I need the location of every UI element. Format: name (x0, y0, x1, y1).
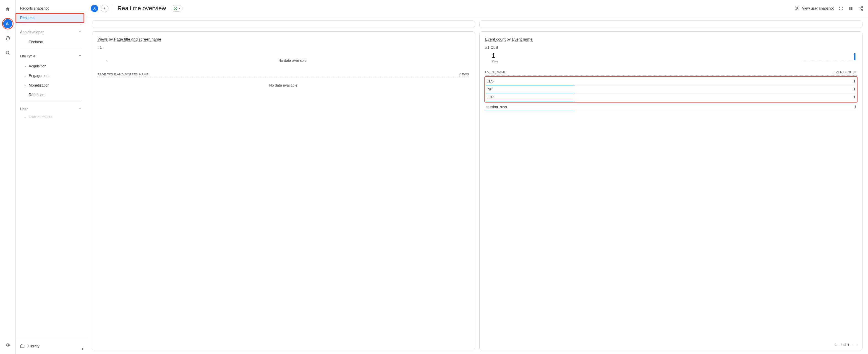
svg-point-2 (7, 52, 8, 53)
col-views: VIEWS (459, 73, 469, 76)
dimension-label[interactable]: Page title and screen name (114, 37, 161, 42)
advertising-icon[interactable] (3, 48, 12, 58)
col-event-count: EVENT COUNT (834, 70, 857, 74)
svg-rect-3 (21, 345, 24, 348)
by-text: by (506, 37, 512, 41)
reports-nav-panel: Reports snapshot Realtime App developer … (16, 0, 86, 354)
nav-user-attributes[interactable]: ▸User attributes (16, 114, 86, 120)
right-column: Event count by Event name #1 CLS 1 25% E… (479, 21, 863, 350)
page-title: Realtime overview (118, 5, 166, 12)
events-table-body-rest: session_start1 (485, 103, 857, 111)
row-bar (485, 111, 574, 111)
table-row[interactable]: LCP1 (486, 94, 856, 101)
event-count-cell: 1 (854, 95, 856, 99)
nav-realtime[interactable]: Realtime (16, 13, 84, 23)
svg-point-4 (174, 7, 177, 10)
table-row[interactable]: CLS1 (486, 77, 856, 85)
metric-label[interactable]: Views (97, 37, 108, 42)
svg-rect-7 (851, 7, 852, 10)
left-icon-rail (0, 0, 16, 354)
spark-bar (854, 53, 856, 60)
main-area: A + Realtime overview ▾ View user snapsh… (86, 0, 868, 354)
home-icon[interactable] (3, 5, 12, 14)
content-area: Views by Page title and screen name #1 -… (86, 17, 868, 354)
svg-point-5 (797, 7, 798, 9)
divider (20, 102, 82, 102)
fullscreen-icon[interactable] (839, 6, 843, 11)
reports-icon[interactable] (3, 19, 12, 28)
event-count-cell: 1 (854, 105, 856, 109)
nav-section-label: User (20, 107, 28, 111)
nav-firebase[interactable]: Firebase (16, 37, 86, 47)
nav-section-label: Life cycle (20, 54, 35, 58)
divider (20, 49, 82, 49)
library-icon (20, 345, 25, 348)
explore-icon[interactable] (3, 34, 12, 43)
nav-engagement[interactable]: ▸Engagement (16, 71, 86, 81)
divider (20, 25, 82, 25)
event-name-cell: INP (487, 87, 493, 91)
chevron-up-icon: ⌃ (79, 54, 82, 58)
caret-right-icon: ▸ (25, 75, 27, 77)
chevron-up-icon: ⌃ (79, 30, 82, 34)
nav-monetization[interactable]: ▸Monetization (16, 81, 86, 90)
row-bar (486, 101, 575, 101)
caret-right-icon: ▸ (25, 84, 27, 87)
pager-text: 1 – 4 of 4 (835, 343, 849, 347)
audience-chip[interactable]: A (91, 5, 98, 12)
events-table-header: EVENT NAME EVENT COUNT (485, 69, 857, 76)
nav-sub-label: Acquisition (29, 64, 46, 68)
table-row[interactable]: INP1 (486, 85, 856, 94)
svg-rect-6 (849, 7, 850, 10)
events-card-title: Event count by Event name (485, 37, 857, 42)
nav-section-user[interactable]: User ⌃ (16, 104, 86, 114)
nav-section-life-cycle[interactable]: Life cycle ⌃ (16, 51, 86, 62)
snapshot-button-label: View user snapshot (802, 6, 834, 10)
nav-sub-label: Monetization (29, 83, 50, 87)
by-text: by (108, 37, 114, 41)
share-icon[interactable] (859, 6, 863, 11)
view-user-snapshot-button[interactable]: View user snapshot (795, 6, 834, 11)
pagination: 1 – 4 of 4 ‹ › (835, 343, 858, 347)
nav-reports-snapshot[interactable]: Reports snapshot (16, 4, 84, 13)
col-page-title: PAGE TITLE AND SCREEN NAME (97, 73, 149, 76)
views-card: Views by Page title and screen name #1 -… (92, 31, 475, 350)
events-rank: #1 CLS (485, 45, 857, 50)
views-table-header: PAGE TITLE AND SCREEN NAME VIEWS (97, 71, 469, 78)
compare-icon[interactable] (848, 6, 854, 11)
metric-label[interactable]: Event count (485, 37, 506, 42)
svg-point-8 (862, 6, 863, 7)
views-table-nodata: No data available (97, 78, 469, 93)
nav-sub-label: Engagement (29, 74, 50, 78)
caret-right-icon: ▸ (25, 65, 27, 68)
nav-retention[interactable]: Retention (16, 90, 86, 100)
add-comparison-button[interactable]: + (101, 5, 108, 12)
event-name-cell: LCP (487, 95, 494, 99)
events-top-value: 1 (485, 52, 857, 60)
chevron-up-icon: ⌃ (79, 107, 82, 111)
svg-point-0 (6, 36, 9, 40)
dash-placeholder: - (97, 59, 116, 63)
chevron-down-icon: ▾ (179, 7, 180, 10)
nav-acquisition[interactable]: ▸Acquisition (16, 62, 86, 71)
views-rank: #1 - (97, 45, 469, 50)
event-name-cell: session_start (486, 105, 507, 109)
pager-prev-icon[interactable]: ‹ (852, 343, 854, 347)
card-stub-top-left (92, 21, 475, 28)
admin-gear-icon[interactable] (3, 340, 12, 349)
user-snapshot-icon (795, 6, 800, 11)
events-table-body-highlighted: CLS1INP1LCP1 (485, 77, 857, 102)
event-name-cell: CLS (487, 79, 494, 83)
dimension-label[interactable]: Event name (512, 37, 533, 42)
card-stub-top-right (479, 21, 863, 28)
check-circle-icon (174, 6, 178, 10)
table-row[interactable]: session_start1 (485, 103, 857, 111)
svg-point-10 (862, 9, 863, 10)
pager-next-icon[interactable]: › (857, 343, 858, 347)
nav-section-app-developer[interactable]: App developer ⌃ (16, 27, 86, 37)
nav-library[interactable]: Library ‹ (16, 338, 86, 354)
status-pill[interactable]: ▾ (171, 5, 183, 12)
nav-library-label: Library (28, 344, 39, 348)
events-top-pct: 25% (485, 60, 857, 63)
collapse-nav-icon[interactable]: ‹ (82, 346, 83, 352)
